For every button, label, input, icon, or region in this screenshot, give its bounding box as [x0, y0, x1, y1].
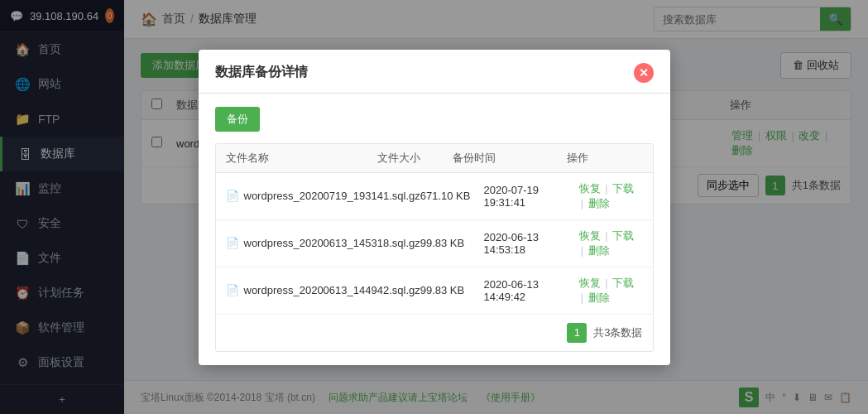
modal-total-count: 共3条数据 [593, 325, 642, 340]
del-link-2[interactable]: 删除 [588, 291, 610, 304]
file-name-0: 📄 wordpress_20200719_193141.sql.gz [226, 190, 420, 202]
sep-2-2: | [581, 291, 583, 304]
modal-file-row-0: 📄 wordpress_20200719_193141.sql.gz 671.1… [216, 173, 653, 220]
modal-table-header: 文件名称 文件大小 备份时间 操作 [216, 144, 653, 173]
modal-toolbar: 备份 [215, 107, 654, 132]
modal-body: 备份 文件名称 文件大小 备份时间 操作 📄 wordpress_2020071… [199, 94, 670, 365]
sep-2-1: | [605, 277, 607, 289]
file-time-0: 2020-07-19 19:31:41 [484, 184, 579, 209]
col-operations: 操作 [567, 151, 643, 166]
sep-0-1: | [605, 182, 607, 195]
file-actions-0: 恢复 | 下载 | 删除 [579, 181, 643, 211]
col-backuptime: 备份时间 [453, 151, 566, 166]
file-actions-2: 恢复 | 下载 | 删除 [579, 276, 643, 306]
download-link-1[interactable]: 下载 [612, 229, 634, 242]
modal-footer: 1 共3条数据 [216, 314, 653, 351]
restore-link-2[interactable]: 恢复 [579, 277, 601, 289]
close-icon: ✕ [639, 66, 649, 79]
backup-modal: 数据库备份详情 ✕ 备份 文件名称 文件大小 备份时间 操作 📄 wordpre… [199, 50, 670, 365]
modal-overlay: 数据库备份详情 ✕ 备份 文件名称 文件大小 备份时间 操作 📄 wordpre… [0, 0, 868, 414]
modal-file-row-1: 📄 wordpress_20200613_145318.sql.gz 99.83… [216, 220, 653, 267]
del-link-1[interactable]: 删除 [588, 244, 610, 257]
file-time-1: 2020-06-13 14:53:18 [484, 231, 579, 256]
modal-close-button[interactable]: ✕ [634, 63, 654, 83]
modal-page-number: 1 [567, 323, 587, 343]
file-size-2: 99.83 KB [420, 284, 484, 296]
download-link-2[interactable]: 下载 [612, 277, 634, 289]
sep-0-2: | [581, 197, 583, 209]
col-filename: 文件名称 [226, 151, 377, 166]
modal-title: 数据库备份详情 [215, 64, 308, 81]
file-time-2: 2020-06-13 14:49:42 [484, 278, 579, 303]
col-filesize: 文件大小 [377, 151, 453, 166]
modal-file-row-2: 📄 wordpress_20200613_144942.sql.gz 99.83… [216, 267, 653, 314]
file-name-2: 📄 wordpress_20200613_144942.sql.gz [226, 284, 420, 296]
file-name-1: 📄 wordpress_20200613_145318.sql.gz [226, 237, 420, 249]
modal-header: 数据库备份详情 ✕ [199, 50, 670, 94]
download-link-0[interactable]: 下载 [612, 182, 634, 195]
file-actions-1: 恢复 | 下载 | 删除 [579, 229, 643, 258]
del-link-0[interactable]: 删除 [588, 197, 610, 209]
file-icon-1: 📄 [226, 237, 239, 249]
file-icon-2: 📄 [226, 284, 239, 296]
modal-rows: 📄 wordpress_20200719_193141.sql.gz 671.1… [216, 173, 653, 314]
backup-button[interactable]: 备份 [215, 107, 260, 132]
file-icon-0: 📄 [226, 190, 239, 202]
restore-link-1[interactable]: 恢复 [579, 229, 601, 242]
file-size-0: 671.10 KB [420, 190, 484, 202]
file-size-1: 99.83 KB [420, 237, 484, 249]
restore-link-0[interactable]: 恢复 [579, 182, 601, 195]
modal-backup-table: 文件名称 文件大小 备份时间 操作 📄 wordpress_20200719_1… [215, 143, 654, 352]
sep-1-1: | [605, 229, 607, 242]
sep-1-2: | [581, 244, 583, 257]
